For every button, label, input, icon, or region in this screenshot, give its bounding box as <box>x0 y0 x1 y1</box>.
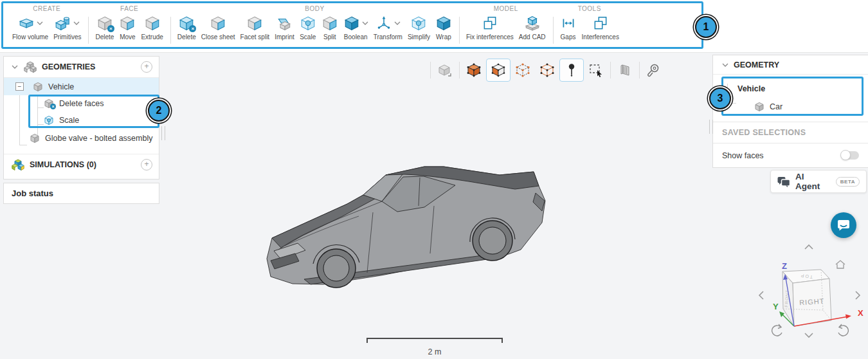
interferences-icon <box>592 15 609 32</box>
simplify-button[interactable]: Simplify <box>405 14 433 41</box>
button-label: Split <box>323 33 336 41</box>
select-face-icon[interactable] <box>486 59 511 82</box>
rotate-right-chevron-icon[interactable] <box>856 291 860 299</box>
extrude-face-icon <box>144 15 161 32</box>
split-button[interactable]: Split <box>319 14 341 41</box>
chevron-down-icon[interactable] <box>37 21 43 25</box>
button-label: Scale <box>300 33 316 41</box>
scale-operation-icon <box>44 115 54 125</box>
interferences-button[interactable]: Interferences <box>579 14 622 41</box>
chevron-down-icon[interactable] <box>722 63 728 67</box>
chat-bubbles-icon <box>777 176 790 187</box>
button-label: Add CAD <box>519 33 546 41</box>
selection-toolbar <box>428 58 666 82</box>
boolean-icon <box>343 15 360 32</box>
delete-badge-icon: × <box>189 25 196 32</box>
saved-selections-header[interactable]: SAVED SELECTIONS <box>713 122 868 143</box>
delete-body-button[interactable]: × Delete <box>175 14 199 41</box>
tree-item-scale[interactable]: Scale <box>4 112 159 129</box>
facet-split-button[interactable]: Facet split <box>238 14 273 41</box>
delete-face-button[interactable]: × Delete <box>93 14 116 41</box>
collapse-icon[interactable]: − <box>15 82 24 91</box>
select-volume-icon[interactable] <box>462 59 486 82</box>
tree-item-globe-valve[interactable]: Globe valve - bolted assembly <box>4 129 159 148</box>
chevron-down-icon[interactable] <box>12 65 18 69</box>
measure-icon[interactable] <box>642 59 666 82</box>
roll-cw-icon[interactable] <box>838 324 848 336</box>
button-label: Extrude <box>141 33 163 41</box>
primitives-icon <box>55 15 71 32</box>
add-simulation-button[interactable]: + <box>141 159 152 170</box>
extrude-face-button[interactable]: Extrude <box>138 14 165 41</box>
select-edge-icon[interactable] <box>511 59 535 82</box>
tree-item-label: Vehicle <box>737 84 765 93</box>
flow-volume-button[interactable]: Flow volume <box>10 14 51 41</box>
boolean-button[interactable]: Boolean <box>341 14 371 41</box>
button-label: Delete <box>95 33 114 41</box>
rotate-left-chevron-icon[interactable] <box>759 291 763 299</box>
button-label: Gaps <box>561 33 576 41</box>
toolbar-group-model: MODEL Fix interferences Add CAD <box>459 3 553 49</box>
callout-2: 2 <box>148 100 170 122</box>
show-faces-label: Show faces <box>722 151 764 160</box>
button-label: Interferences <box>582 33 619 41</box>
show-faces-row: Show faces <box>713 143 868 167</box>
scale-button[interactable]: Scale <box>297 14 319 41</box>
chevron-down-icon[interactable] <box>394 21 401 25</box>
cube-icon <box>754 102 764 112</box>
ai-agent-button[interactable]: AI Agent BETA <box>770 170 867 193</box>
show-faces-toggle[interactable] <box>841 151 859 160</box>
transform-button[interactable]: Transform <box>371 14 405 41</box>
toolbar-group-create: CREATE Flow volume Primitives <box>5 3 88 49</box>
tree-item-label: Scale <box>59 116 79 125</box>
chevron-down-icon[interactable] <box>362 21 368 25</box>
saved-selections-label: SAVED SELECTIONS <box>722 128 806 137</box>
fix-interferences-button[interactable]: Fix interferences <box>464 14 516 41</box>
move-face-button[interactable]: Move <box>116 14 138 41</box>
rotate-down-chevron-icon[interactable] <box>805 333 813 337</box>
cube-icon <box>33 82 43 92</box>
hide-face-icon[interactable] <box>613 59 637 82</box>
simulations-section-header[interactable]: SIMULATIONS (0) + <box>4 154 159 174</box>
home-view-icon[interactable] <box>836 261 845 268</box>
tree-item-vehicle[interactable]: − Vehicle <box>4 78 159 95</box>
view-cube[interactable]: RIGHT TOP FRONT <box>782 270 831 326</box>
probe-point-icon[interactable] <box>559 59 584 82</box>
select-vertex-icon[interactable] <box>535 59 559 82</box>
primitives-button[interactable]: Primitives <box>51 14 84 41</box>
job-status-panel[interactable]: Job status <box>3 183 159 204</box>
chevron-down-icon[interactable] <box>73 21 80 25</box>
group-label: TOOLS <box>578 3 601 14</box>
wrap-button[interactable]: Wrap <box>433 14 455 41</box>
rotate-up-chevron-icon[interactable] <box>805 245 813 249</box>
gaps-icon <box>560 15 577 32</box>
view-cube-widget[interactable]: RIGHT TOP FRONT X Y Z <box>754 241 867 356</box>
roll-ccw-icon[interactable] <box>772 324 782 336</box>
chat-launcher-button[interactable] <box>831 212 856 238</box>
facet-split-icon <box>246 15 263 32</box>
callout-1: 1 <box>695 16 717 38</box>
geometry-section-header[interactable]: GEOMETRY <box>713 55 868 75</box>
tree-item-vehicle[interactable]: Vehicle <box>713 80 868 98</box>
box-select-icon[interactable] <box>584 59 608 82</box>
panel-resize-handle[interactable] <box>709 120 713 134</box>
toggle-knob <box>840 150 851 160</box>
panel-resize-handle[interactable] <box>161 126 165 140</box>
group-label: MODEL <box>494 3 518 14</box>
button-label: Imprint <box>275 33 294 41</box>
car-3d-model[interactable] <box>266 156 552 291</box>
split-icon <box>321 15 338 32</box>
close-sheet-button[interactable]: Close sheet <box>199 14 238 41</box>
add-geometry-button[interactable]: + <box>141 61 152 73</box>
add-cad-button[interactable]: Add CAD <box>516 14 548 41</box>
button-label: Simplify <box>408 33 430 41</box>
gaps-button[interactable]: Gaps <box>557 14 579 41</box>
imprint-button[interactable]: Imprint <box>272 14 297 41</box>
tree-item-car[interactable]: Car <box>713 98 868 116</box>
divider <box>4 148 159 154</box>
show-body-icon[interactable] <box>433 59 457 82</box>
toolbar-group-tools: TOOLS Gaps Interferences <box>553 3 626 49</box>
geometries-section-header[interactable]: GEOMETRIES + <box>4 57 159 78</box>
beta-badge: BETA <box>836 177 860 187</box>
tree-item-delete-faces[interactable]: × Delete faces <box>4 95 159 112</box>
